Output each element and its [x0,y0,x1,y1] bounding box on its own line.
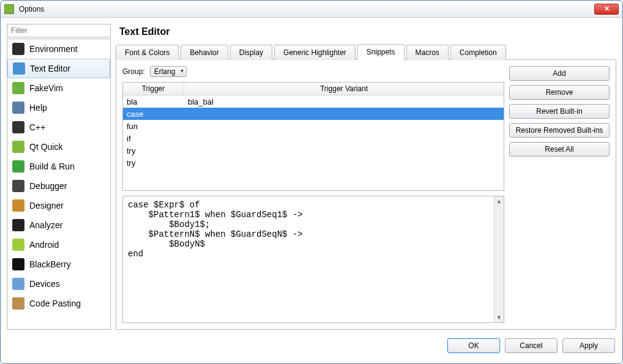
remove-button[interactable]: Remove [509,85,610,100]
sidebar-item-label: Designer [29,201,64,210]
table-row[interactable]: if [123,132,504,144]
table-row[interactable]: fun [123,120,504,132]
snippet-scrollbar[interactable]: ▲ ▼ [494,196,504,322]
cell-trigger: case [123,110,184,119]
category-list: EnvironmentText EditorFakeVimHelpC++Qt Q… [7,39,111,330]
ok-button[interactable]: OK [447,338,500,353]
category-icon [12,141,24,153]
category-icon [12,102,24,114]
filter-input[interactable] [7,24,111,37]
tab-macros[interactable]: Macros [406,45,449,60]
tab-display[interactable]: Display [230,45,272,60]
tab-content-snippets: Group: Erlang Trigger Trigger Variant bl… [116,60,616,330]
sidebar-item-label: Environment [29,44,78,54]
category-icon [12,258,24,270]
table-row[interactable]: try [123,157,504,169]
category-icon [12,121,24,133]
sidebar-item-label: Debugger [29,181,67,191]
sidebar-item-code-pasting[interactable]: Code Pasting [7,294,110,313]
page-title: Text Editor [116,24,616,43]
cancel-button[interactable]: Cancel [505,338,558,353]
reset-all-button[interactable]: Reset All [509,142,610,157]
category-icon [12,297,24,310]
apply-button[interactable]: Apply [562,338,615,353]
qt-app-icon [4,4,14,14]
sidebar-item-environment[interactable]: Environment [7,39,110,59]
table-row[interactable]: try [123,144,504,157]
sidebar-item-label: BlackBerry [29,259,71,269]
category-icon [12,278,24,290]
tab-font-colors[interactable]: Font & Colors [116,45,179,60]
tab-snippets[interactable]: Snippets [357,44,405,60]
sidebar-item-label: Analyzer [29,220,62,230]
category-icon [12,239,24,251]
snippets-table-body: blabla_balcasefuniftrytry [123,95,504,190]
group-select[interactable]: Erlang [150,66,187,77]
dialog-footer: OK Cancel Apply [1,336,622,359]
table-row[interactable]: blabla_bal [123,95,504,108]
sidebar: EnvironmentText EditorFakeVimHelpC++Qt Q… [7,24,111,330]
sidebar-item-text-editor[interactable]: Text Editor [7,59,110,78]
snippet-code-text[interactable]: case $Expr$ of $Pattern1$ when $GuardSeq… [123,196,494,322]
sidebar-item-label: Text Editor [30,64,70,73]
group-select-value: Erlang [154,67,176,76]
sidebar-item-blackberry[interactable]: BlackBerry [7,254,110,274]
tab-generic-highlighter[interactable]: Generic Highlighter [274,45,356,60]
sidebar-item-label: Qt Quick [29,142,62,152]
sidebar-item-label: Help [29,103,47,113]
category-icon [13,62,25,75]
restore-removed-button[interactable]: Restore Removed Built-ins [509,123,610,138]
sidebar-item-label: Code Pasting [29,299,81,308]
sidebar-item-debugger[interactable]: Debugger [7,176,110,196]
revert-builtin-button[interactable]: Revert Built-in [509,104,610,119]
sidebar-item-qt-quick[interactable]: Qt Quick [7,137,110,157]
sidebar-item-label: FakeVim [29,83,63,93]
cell-variant: bla_bal [184,97,504,106]
window-title: Options [19,5,44,13]
snippet-buttons: Add Remove Revert Built-in Restore Remov… [509,66,610,323]
table-row[interactable]: case [123,108,504,120]
tab-strip: Font & ColorsBehaviorDisplayGeneric High… [116,43,616,60]
sidebar-item-label: C++ [29,122,45,132]
column-trigger[interactable]: Trigger [123,83,184,95]
group-label: Group: [122,67,145,76]
category-icon [12,160,24,173]
sidebar-item-analyzer[interactable]: Analyzer [7,215,110,235]
sidebar-item-help[interactable]: Help [7,98,110,117]
sidebar-item-label: Android [29,240,59,250]
category-icon [12,199,24,212]
scroll-down-icon[interactable]: ▼ [494,313,504,322]
scroll-up-icon[interactable]: ▲ [494,196,504,206]
sidebar-item-label: Devices [29,279,60,289]
sidebar-item-label: Build & Run [29,162,75,171]
sidebar-item-android[interactable]: Android [7,235,110,254]
cell-trigger: bla [123,97,184,106]
sidebar-item-fakevim[interactable]: FakeVim [7,78,110,98]
cell-trigger: try [123,146,184,155]
group-row: Group: Erlang [122,66,504,77]
tab-completion[interactable]: Completion [450,45,506,60]
sidebar-item-designer[interactable]: Designer [7,196,110,215]
category-icon [12,180,24,192]
category-icon [12,219,24,231]
cell-trigger: try [123,158,184,168]
sidebar-item-c-[interactable]: C++ [7,117,110,137]
sidebar-item-devices[interactable]: Devices [7,274,110,294]
close-icon: ✕ [604,5,610,13]
tab-behavior[interactable]: Behavior [181,45,228,60]
close-button[interactable]: ✕ [594,4,619,15]
titlebar: Options ✕ [1,1,622,18]
cell-trigger: if [123,134,184,143]
add-button[interactable]: Add [509,66,610,81]
column-variant[interactable]: Trigger Variant [184,83,504,95]
category-icon [12,43,24,55]
category-icon [12,82,24,94]
sidebar-item-build-run[interactable]: Build & Run [7,157,110,176]
cell-trigger: fun [123,122,184,131]
snippets-table: Trigger Trigger Variant blabla_balcasefu… [122,82,504,191]
main-panel: Text Editor Font & ColorsBehaviorDisplay… [116,24,616,330]
snippet-editor[interactable]: case $Expr$ of $Pattern1$ when $GuardSeq… [122,196,504,323]
